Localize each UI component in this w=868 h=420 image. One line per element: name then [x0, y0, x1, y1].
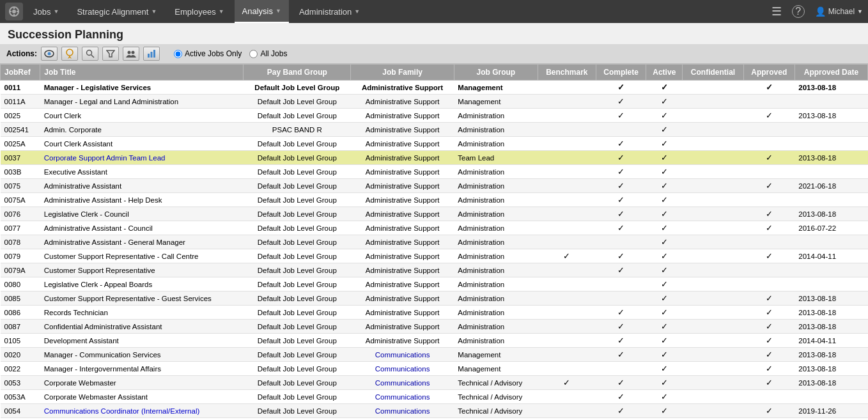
action-people-btn[interactable] [123, 47, 139, 61]
cell-pay: Default Job Level Group [244, 249, 351, 263]
cell-jobref: 0075 [1, 179, 40, 193]
table-row: 0087 Confidential Administrative Assista… [1, 320, 868, 334]
nav-strategic-alignment[interactable]: Strategic Alignment ▼ [69, 0, 164, 23]
cell-group: Administration [454, 277, 538, 292]
cell-confidential [683, 235, 744, 249]
svg-point-7 [48, 52, 51, 56]
nav-employees[interactable]: Employees ▼ [167, 0, 231, 23]
cell-jobref: 0079 [1, 249, 40, 263]
cell-family: Administrative Support [351, 207, 454, 221]
cell-pay: Default Job Level Group [244, 362, 351, 376]
cell-title: Development Assistant [40, 334, 244, 348]
cell-active: ✓ [646, 151, 683, 165]
cell-benchmark [538, 263, 596, 277]
cell-approved: ✓ [743, 292, 794, 306]
cell-benchmark [538, 179, 596, 193]
radio-all-jobs[interactable]: All Jobs [249, 49, 287, 58]
nav-analysis[interactable]: Analysis ▼ [235, 0, 289, 23]
table-row: 0078 Administrative Assistant - General … [1, 235, 868, 249]
cell-family: Communications [351, 418, 454, 421]
cell-group: Administration [454, 221, 538, 235]
action-view-btn[interactable] [41, 47, 58, 61]
cell-complete: ✓ [596, 334, 646, 348]
cell-confidential [683, 263, 744, 277]
cell-approved-date: 2013-08-18 [794, 151, 867, 165]
cell-complete: ✓ [596, 376, 646, 390]
cell-group: Administration [454, 249, 538, 263]
cell-approved [743, 263, 794, 277]
cell-active: ✓ [646, 306, 683, 320]
cell-title: Manager - Communication Services [40, 348, 244, 362]
cell-complete [596, 235, 646, 249]
nav-jobs[interactable]: Jobs ▼ [26, 0, 66, 23]
cell-active: ✓ [646, 207, 683, 221]
cell-family: Administrative Support [351, 306, 454, 320]
cell-title: Manager - Legislative Services [40, 81, 244, 95]
cell-group: Administration [454, 292, 538, 306]
svg-point-10 [87, 51, 92, 56]
cell-family: Administrative Support [351, 277, 454, 292]
cell-family: Administrative Support [351, 292, 454, 306]
cell-approved: ✓ [743, 306, 794, 320]
cell-approved-date: 2013-08-18 [794, 362, 867, 376]
cell-group: Administration [454, 179, 538, 193]
cell-approved-date [794, 95, 867, 109]
app-logo[interactable] [5, 3, 23, 20]
table-row: 0075A Administrative Assistant - Help De… [1, 193, 868, 207]
col-pay-band: Pay Band Group [244, 65, 351, 81]
cell-jobref: 0085 [1, 292, 40, 306]
cell-group: Management [454, 95, 538, 109]
cell-group: Technical / Advisory [454, 376, 538, 390]
cell-confidential [683, 123, 744, 137]
cell-family: Administrative Support [351, 81, 454, 95]
cell-jobref: 0025 [1, 109, 40, 123]
cell-approved-date [794, 390, 867, 404]
cell-approved [743, 165, 794, 179]
cell-benchmark [538, 277, 596, 292]
cell-confidential [683, 249, 744, 263]
cell-jobref: 0078 [1, 235, 40, 249]
cell-title: Executive Assistant [40, 165, 244, 179]
svg-point-14 [132, 51, 135, 54]
user-menu[interactable]: 👤 Michael ▼ [815, 6, 863, 17]
cell-title: Customer Support Representative - Call C… [40, 249, 244, 263]
cell-pay: Default Job Level Group [244, 137, 351, 151]
cell-active: ✓ [646, 263, 683, 277]
nav-analysis-caret: ▼ [275, 8, 281, 14]
cell-jobref: 002541 [1, 123, 40, 137]
action-award-btn[interactable] [61, 47, 78, 61]
cell-confidential [683, 109, 744, 123]
help-icon[interactable]: ? [792, 5, 805, 18]
cell-benchmark [538, 292, 596, 306]
cell-confidential [683, 81, 744, 95]
cell-active: ✓ [646, 235, 683, 249]
cell-benchmark [538, 207, 596, 221]
cell-title[interactable]: Corporate Support Admin Team Lead [40, 151, 244, 165]
table-row: 0079 Customer Support Representative - C… [1, 249, 868, 263]
action-search-btn[interactable] [82, 47, 98, 61]
cell-title: Records Technician [40, 306, 244, 320]
cell-approved-date: 2014-04-11 [794, 334, 867, 348]
cell-approved [743, 193, 794, 207]
cell-group: Technical / Advisory [454, 418, 538, 421]
cell-approved: ✓ [743, 348, 794, 362]
cell-complete: ✓ [596, 193, 646, 207]
cell-active: ✓ [646, 418, 683, 421]
svg-marker-9 [68, 56, 72, 59]
cell-approved-date: 2013-08-18 [794, 348, 867, 362]
cell-family: Communications [351, 376, 454, 390]
cell-group: Administration [454, 137, 538, 151]
cell-group: Management [454, 362, 538, 376]
cell-approved-date: 2013-03-18 [794, 418, 867, 421]
menu-icon[interactable]: ☰ [771, 4, 782, 19]
nav-administration[interactable]: Administration ▼ [291, 0, 368, 23]
cell-confidential [683, 165, 744, 179]
action-chart-btn[interactable] [143, 47, 160, 61]
cell-confidential [683, 221, 744, 235]
cell-family: Administrative Support [351, 123, 454, 137]
table-row: 0022 Manager - Intergovernmental Affairs… [1, 362, 868, 376]
radio-active-jobs[interactable]: Active Jobs Only [174, 49, 242, 58]
cell-active: ✓ [646, 277, 683, 292]
action-filter-btn[interactable] [102, 47, 119, 61]
cell-title[interactable]: Communications Coordinator (Internal/Ext… [40, 404, 244, 418]
